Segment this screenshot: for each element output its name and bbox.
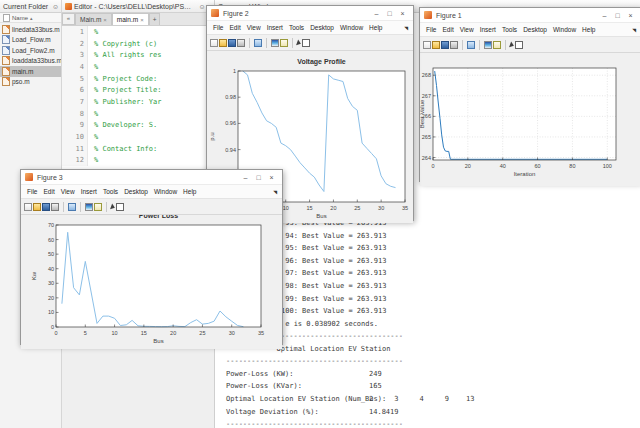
insert-colorbar-icon[interactable] — [271, 39, 279, 47]
print-icon[interactable] — [450, 41, 458, 49]
dock-arrow-icon[interactable]: ◥ — [632, 27, 638, 33]
figure3-titlebar[interactable]: Figure 3 – □ × — [21, 170, 282, 185]
editor-code-area[interactable]: 1%2% Copyright (c) 3% All rights res4%5%… — [62, 26, 214, 166]
svg-text:20: 20 — [48, 295, 54, 301]
minimize-button[interactable]: – — [370, 10, 383, 17]
menu-item-tools[interactable]: Tools — [286, 24, 307, 31]
close-button[interactable]: × — [624, 12, 637, 19]
insert-legend-icon[interactable] — [493, 41, 501, 49]
file-name: linedata33bus.m — [12, 26, 60, 33]
file-list-item[interactable]: Load_Flow2.m — [0, 45, 61, 56]
editor-tab-Main.m[interactable]: Main.m× — [75, 13, 112, 25]
close-button[interactable]: × — [265, 174, 278, 181]
insert-colorbar-icon[interactable] — [484, 41, 492, 49]
tab-label: main.m — [117, 16, 138, 23]
link-plot-icon[interactable] — [68, 203, 76, 211]
link-plot-icon[interactable] — [467, 41, 475, 49]
figure2-titlebar[interactable]: Figure 2 – □ × — [207, 6, 413, 21]
file-name: Load_Flow2.m — [12, 47, 55, 54]
insert-legend-icon[interactable] — [280, 39, 288, 47]
menu-item-desktop[interactable]: Desktop — [307, 24, 337, 31]
new-file-icon[interactable] — [210, 39, 218, 47]
matlab-file-icon — [2, 46, 10, 55]
svg-text:70: 70 — [48, 222, 54, 228]
file-list-item[interactable]: loaddata33bus.m — [0, 56, 61, 67]
menu-item-help[interactable]: Help — [366, 24, 385, 31]
close-button[interactable]: × — [396, 10, 409, 17]
menu-item-help[interactable]: Help — [579, 26, 598, 33]
result-row: Power-Loss (KW):249 — [226, 368, 403, 381]
minimize-button[interactable]: – — [598, 12, 611, 19]
menu-item-insert[interactable]: Insert — [78, 188, 100, 195]
property-inspector-icon[interactable] — [515, 41, 523, 49]
menu-item-desktop[interactable]: Desktop — [520, 26, 550, 33]
maximize-button[interactable]: □ — [383, 10, 396, 17]
menu-item-desktop[interactable]: Desktop — [121, 188, 151, 195]
figure1-titlebar[interactable]: Figure 1 – □ × — [420, 8, 640, 23]
print-icon[interactable] — [237, 39, 245, 47]
menu-item-view[interactable]: View — [58, 188, 78, 195]
menu-item-window[interactable]: Window — [337, 24, 366, 31]
editor-panel-menu-icon[interactable]: ⊙ — [199, 3, 204, 10]
tab-overflow-icon[interactable]: « — [62, 13, 75, 25]
file-list-item[interactable]: linedata33bus.m — [0, 24, 61, 35]
matlab-file-icon — [2, 56, 10, 65]
menu-item-edit[interactable]: Edit — [40, 188, 57, 195]
editor-tab-main.m[interactable]: main.m× — [112, 13, 149, 25]
property-inspector-icon[interactable] — [302, 39, 310, 47]
print-icon[interactable] — [51, 203, 59, 211]
new-tab-button[interactable]: + — [149, 13, 161, 25]
link-plot-icon[interactable] — [254, 39, 262, 47]
line-number: 4 — [62, 61, 88, 73]
figure1-plot: 020406080100264265266267268IterationBest… — [420, 53, 640, 186]
maximize-button[interactable]: □ — [611, 12, 624, 19]
svg-text:264: 264 — [422, 155, 431, 161]
toolbar-separator — [63, 202, 64, 212]
result-value: 249 — [369, 368, 382, 381]
file-list-item[interactable]: pso.m — [0, 77, 61, 88]
column-name-label: Name — [12, 15, 28, 21]
menu-item-edit[interactable]: Edit — [226, 24, 243, 31]
maximize-button[interactable]: □ — [252, 174, 265, 181]
menu-item-file[interactable]: File — [24, 188, 40, 195]
insert-colorbar-icon[interactable] — [85, 203, 93, 211]
menu-item-insert[interactable]: Insert — [264, 24, 286, 31]
toolbar-separator — [462, 40, 463, 50]
menu-item-file[interactable]: File — [423, 26, 439, 33]
new-file-icon[interactable] — [423, 41, 431, 49]
toolbar-separator — [479, 40, 480, 50]
menu-item-file[interactable]: File — [210, 24, 226, 31]
insert-legend-icon[interactable] — [94, 203, 102, 211]
menu-item-tools[interactable]: Tools — [499, 26, 520, 33]
save-figure-icon[interactable] — [42, 203, 50, 211]
menu-item-view[interactable]: View — [457, 26, 477, 33]
open-file-icon[interactable] — [33, 203, 41, 211]
menu-item-insert[interactable]: Insert — [477, 26, 499, 33]
tab-close-icon[interactable]: × — [140, 17, 144, 23]
new-file-icon[interactable] — [24, 203, 32, 211]
dock-arrow-icon[interactable]: ◥ — [273, 189, 279, 195]
menu-item-window[interactable]: Window — [550, 26, 579, 33]
code-line: 7% Publisher: Yar — [62, 96, 214, 108]
minimize-button[interactable]: – — [239, 174, 252, 181]
menu-item-edit[interactable]: Edit — [439, 26, 456, 33]
dock-arrow-icon[interactable]: ◥ — [404, 25, 410, 31]
svg-text:0: 0 — [431, 163, 434, 169]
menu-item-tools[interactable]: Tools — [100, 188, 121, 195]
file-list-item[interactable]: Load_Flow.m — [0, 35, 61, 46]
svg-text:15: 15 — [141, 330, 147, 336]
save-figure-icon[interactable] — [441, 41, 449, 49]
open-file-icon[interactable] — [432, 41, 440, 49]
tab-close-icon[interactable]: × — [103, 17, 107, 23]
open-file-icon[interactable] — [219, 39, 227, 47]
menu-item-help[interactable]: Help — [180, 188, 199, 195]
file-list-item[interactable]: main.m — [0, 66, 61, 77]
figure3-toolbar — [21, 199, 282, 215]
menu-item-view[interactable]: View — [244, 24, 264, 31]
panel-menu-icon[interactable]: ⊙ — [53, 3, 58, 10]
svg-text:1: 1 — [233, 68, 236, 74]
folder-column-header[interactable]: Name ▴ — [0, 13, 61, 23]
menu-item-window[interactable]: Window — [151, 188, 180, 195]
save-figure-icon[interactable] — [228, 39, 236, 47]
property-inspector-icon[interactable] — [116, 203, 124, 211]
